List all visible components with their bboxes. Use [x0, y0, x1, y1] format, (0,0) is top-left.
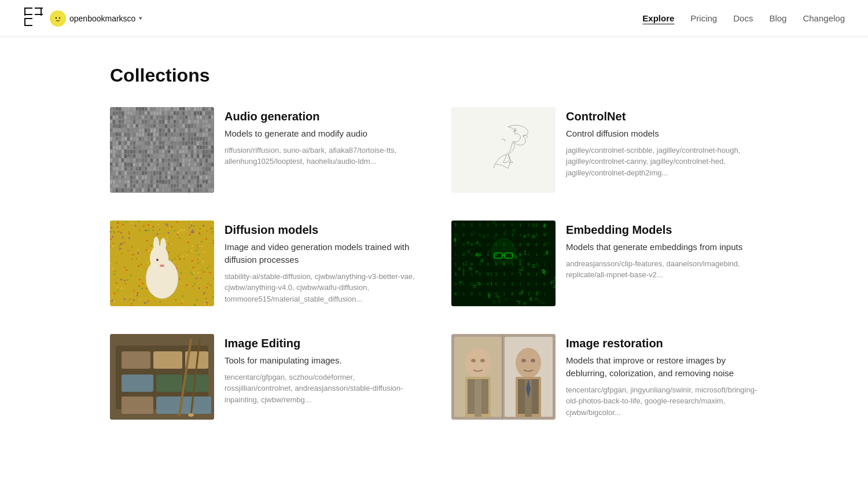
nav-links: Explore Pricing Docs Blog Changelog [642, 13, 845, 23]
svg-rect-177 [133, 124, 135, 128]
nav-link-blog[interactable]: Blog [769, 13, 786, 23]
collection-thumb-audio-generation [110, 107, 214, 193]
page-content: Collections Audio generation Models to g… [87, 37, 781, 466]
collection-card-diffusion-models[interactable]: Diffusion models Image and video generat… [110, 221, 417, 306]
svg-rect-143 [127, 150, 130, 154]
svg-rect-128 [124, 171, 127, 175]
svg-point-737 [182, 289, 183, 291]
svg-rect-680 [205, 137, 208, 141]
svg-text:1: 1 [454, 252, 457, 257]
svg-rect-125 [124, 159, 127, 161]
svg-text:エ: エ [492, 299, 496, 304]
svg-rect-1124 [492, 265, 515, 293]
svg-rect-441 [171, 141, 173, 144]
svg-rect-455 [174, 116, 176, 120]
svg-rect-350 [156, 180, 159, 183]
svg-rect-685 [205, 159, 208, 163]
svg-rect-541 [185, 141, 187, 145]
svg-rect-327 [153, 167, 156, 171]
svg-rect-702 [208, 146, 211, 149]
svg-rect-594 [194, 111, 196, 115]
svg-rect-333 [156, 107, 159, 111]
collection-card-image-editing[interactable]: Image Editing Tools for manipulating ima… [110, 334, 417, 420]
svg-rect-549 [185, 175, 187, 178]
svg-text:1: 1 [479, 292, 481, 296]
svg-point-1019 [205, 298, 207, 299]
svg-rect-402 [165, 146, 167, 149]
svg-rect-193 [136, 107, 138, 110]
svg-rect-367 [159, 167, 161, 171]
svg-rect-479 [176, 133, 179, 136]
svg-rect-714 [211, 111, 214, 114]
svg-rect-116 [124, 120, 127, 123]
collection-card-audio-generation[interactable]: Audio generation Models to generate and … [110, 107, 417, 193]
svg-rect-487 [176, 167, 179, 171]
svg-rect-226 [139, 163, 141, 166]
svg-rect-190 [133, 180, 135, 183]
svg-text:1: 1 [535, 233, 538, 237]
svg-rect-617 [197, 124, 199, 127]
svg-rect-61 [116, 141, 118, 145]
svg-rect-443 [171, 150, 173, 153]
svg-rect-103 [122, 150, 124, 153]
svg-rect-298 [150, 128, 153, 133]
svg-rect-25 [110, 159, 112, 162]
svg-rect-97 [122, 124, 124, 128]
svg-rect-544 [185, 154, 187, 157]
svg-text:0: 0 [529, 297, 532, 302]
svg-rect-453 [174, 107, 176, 111]
svg-rect-598 [194, 128, 196, 132]
svg-rect-18 [110, 128, 112, 131]
svg-text:1: 1 [479, 223, 481, 227]
svg-rect-666 [203, 163, 205, 166]
svg-rect-267 [145, 167, 147, 171]
svg-point-1017 [144, 302, 146, 304]
svg-rect-218 [139, 128, 141, 132]
svg-point-811 [190, 271, 192, 273]
svg-point-745 [117, 290, 119, 292]
svg-rect-692 [205, 189, 208, 192]
svg-rect-426 [168, 163, 170, 166]
svg-point-927 [142, 282, 144, 284]
nav-link-changelog[interactable]: Changelog [803, 13, 845, 23]
nav-link-docs[interactable]: Docs [733, 13, 753, 23]
svg-rect-497 [179, 124, 182, 128]
svg-rect-657 [203, 124, 205, 127]
svg-rect-300 [150, 137, 153, 141]
svg-point-864 [112, 245, 113, 247]
svg-point-774 [173, 248, 175, 249]
svg-rect-435 [171, 116, 173, 119]
svg-rect-253 [145, 107, 147, 111]
collection-thumb-image-restoration [451, 334, 556, 420]
collection-card-controlnet[interactable]: ControlNet Control diffusion models jagi… [451, 107, 758, 193]
svg-rect-102 [122, 146, 124, 149]
svg-rect-578 [191, 128, 193, 132]
svg-point-754 [185, 301, 187, 303]
svg-rect-433 [171, 107, 173, 111]
collection-card-embedding-models[interactable]: オ1ア1オキカウ0オエエイエエアウカオエアエエオキ0101エオ000カカアイカア… [451, 221, 758, 306]
svg-rect-292 [148, 189, 150, 192]
svg-point-949 [192, 273, 193, 275]
svg-text:0: 0 [543, 252, 546, 257]
collection-card-image-restoration[interactable]: Image restoration Models that improve or… [451, 334, 758, 420]
nav-link-pricing[interactable]: Pricing [690, 13, 717, 23]
svg-rect-197 [136, 124, 138, 127]
svg-text:0: 0 [470, 282, 473, 287]
svg-point-853 [192, 245, 193, 247]
svg-rect-523 [182, 150, 185, 153]
svg-rect-452 [171, 189, 173, 192]
svg-rect-332 [153, 189, 156, 192]
svg-rect-227 [139, 167, 141, 171]
svg-rect-577 [191, 124, 193, 128]
svg-rect-655 [203, 116, 205, 120]
svg-rect-601 [194, 141, 196, 145]
svg-rect-534 [185, 111, 187, 115]
svg-point-928 [138, 265, 139, 267]
nav-link-explore[interactable]: Explore [642, 13, 674, 23]
svg-rect-654 [203, 111, 205, 115]
page-title: Collections [110, 65, 758, 86]
svg-point-986 [120, 232, 122, 234]
account-switcher[interactable]: openbookmarksco ▾ [50, 10, 142, 27]
svg-rect-221 [139, 141, 141, 144]
svg-rect-530 [182, 180, 185, 184]
